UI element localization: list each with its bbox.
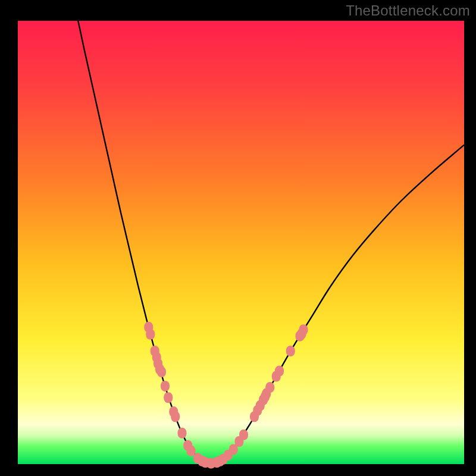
marker-dot [171, 411, 180, 422]
chart-container: TheBottleneck.com [0, 0, 476, 476]
marker-dot [146, 329, 155, 340]
plot-background [18, 21, 464, 464]
marker-dot [161, 381, 170, 392]
marker-dot [275, 366, 284, 377]
marker-dot [239, 430, 248, 440]
marker-dot [265, 382, 274, 393]
marker-dot [178, 428, 187, 439]
marker-dot [299, 324, 308, 335]
bottleneck-chart [0, 0, 476, 476]
marker-dot [187, 446, 196, 456]
marker-dot [157, 367, 166, 377]
marker-dot [164, 392, 173, 403]
watermark-text: TheBottleneck.com [346, 2, 470, 19]
marker-dot [286, 346, 295, 356]
